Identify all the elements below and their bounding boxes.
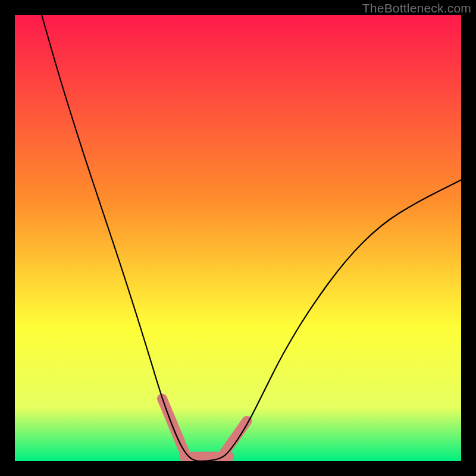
plot-area bbox=[15, 15, 461, 461]
chart-frame: TheBottleneck.com bbox=[0, 0, 476, 476]
watermark-text: TheBottleneck.com bbox=[362, 1, 471, 15]
gradient-background bbox=[15, 15, 461, 461]
bottleneck-chart bbox=[15, 15, 461, 461]
